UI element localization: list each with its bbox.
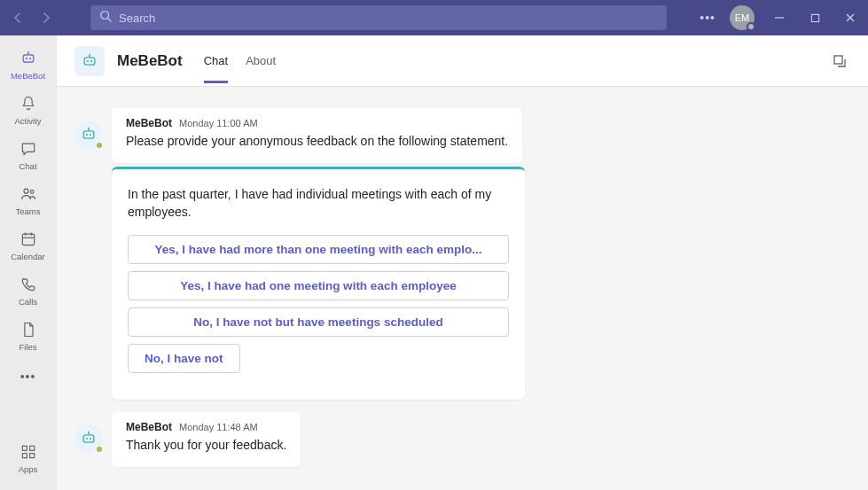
maximize-button[interactable] xyxy=(804,7,825,28)
message-bubble: MeBeBot Monday 11:48 AM Thank you for yo… xyxy=(112,412,301,467)
message-sender: MeBeBot xyxy=(126,117,172,129)
message-text: Please provide your anonymous feedback o… xyxy=(126,133,508,151)
svg-rect-27 xyxy=(83,131,94,138)
calls-icon xyxy=(18,274,39,295)
svg-point-25 xyxy=(89,53,90,55)
rail-item-mebebot[interactable]: MeBeBot xyxy=(2,43,55,86)
svg-point-10 xyxy=(27,51,29,53)
card-option-3[interactable]: No, I have not but have meetings schedul… xyxy=(128,307,509,337)
presence-available-icon xyxy=(95,445,104,454)
svg-rect-26 xyxy=(834,56,842,64)
svg-rect-20 xyxy=(29,454,34,458)
card-question: In the past quarter, I have had individu… xyxy=(128,185,509,222)
rail-more-button[interactable]: ••• xyxy=(20,362,36,391)
apps-icon xyxy=(18,441,39,463)
card-option-1[interactable]: Yes, I have had more than one meeting wi… xyxy=(128,235,509,264)
svg-point-29 xyxy=(90,134,91,136)
svg-rect-3 xyxy=(811,14,818,21)
user-initials: EM xyxy=(735,12,750,23)
svg-point-36 xyxy=(88,432,90,433)
svg-point-31 xyxy=(88,128,90,129)
calendar-icon xyxy=(18,229,39,250)
messages-list: MeBeBot Monday 11:00 AM Please provide y… xyxy=(57,87,868,490)
svg-point-23 xyxy=(90,59,92,61)
svg-point-0 xyxy=(101,12,109,19)
message-row: MeBeBot Monday 11:00 AM Please provide y… xyxy=(74,108,850,163)
rail-item-label: Teams xyxy=(16,206,41,216)
svg-point-7 xyxy=(25,58,27,59)
svg-point-12 xyxy=(30,191,34,194)
title-bar: ••• EM xyxy=(0,0,868,35)
message-avatar xyxy=(74,121,103,149)
message-sender: MeBeBot xyxy=(126,421,172,433)
rail-item-calendar[interactable]: Calendar xyxy=(2,223,55,267)
svg-rect-18 xyxy=(29,446,34,450)
message-time: Monday 11:00 AM xyxy=(179,118,258,128)
popout-button[interactable] xyxy=(829,51,850,72)
search-input[interactable] xyxy=(119,12,658,25)
more-options-button[interactable]: ••• xyxy=(700,11,716,25)
chat-icon xyxy=(18,138,39,159)
message-avatar xyxy=(74,424,103,453)
close-button[interactable] xyxy=(840,7,861,28)
rail-item-apps[interactable]: Apps xyxy=(2,436,55,479)
message-time: Monday 11:48 AM xyxy=(179,422,258,432)
svg-rect-19 xyxy=(22,454,27,458)
svg-point-8 xyxy=(29,58,31,59)
rail-item-activity[interactable]: Activity xyxy=(2,88,55,131)
svg-point-22 xyxy=(87,59,89,61)
card-option-4[interactable]: No, I have not xyxy=(128,344,240,373)
teams-icon xyxy=(18,183,39,205)
rail-item-label: Activity xyxy=(14,116,41,126)
svg-rect-6 xyxy=(23,55,34,62)
svg-point-33 xyxy=(86,438,88,439)
card-option-2[interactable]: Yes, I have had one meeting with each em… xyxy=(128,271,509,300)
app-rail: MeBeBot Activity Chat Teams Calendar xyxy=(0,35,57,490)
files-icon xyxy=(18,319,39,340)
search-icon xyxy=(99,10,112,26)
rail-item-chat[interactable]: Chat xyxy=(2,133,55,176)
svg-point-28 xyxy=(86,134,88,136)
tab-chat[interactable]: Chat xyxy=(204,38,228,83)
svg-point-34 xyxy=(90,438,91,439)
feedback-card: In the past quarter, I have had individu… xyxy=(112,167,525,401)
message-bubble: MeBeBot Monday 11:00 AM Please provide y… xyxy=(112,108,522,163)
rail-item-teams[interactable]: Teams xyxy=(2,178,55,222)
bot-avatar xyxy=(74,46,105,76)
svg-line-1 xyxy=(108,19,112,22)
rail-item-label: Apps xyxy=(19,464,38,474)
rail-item-label: Chat xyxy=(19,161,36,171)
svg-rect-32 xyxy=(83,435,94,442)
minimize-button[interactable] xyxy=(769,7,790,28)
chat-title: MeBeBot xyxy=(117,52,183,70)
chat-header: MeBeBot Chat About xyxy=(57,35,868,87)
rail-item-files[interactable]: Files xyxy=(2,314,55,357)
nav-forward-button[interactable] xyxy=(35,7,57,28)
bot-icon xyxy=(18,48,39,69)
rail-item-label: Files xyxy=(19,342,36,352)
bell-icon xyxy=(18,93,39,114)
tab-about[interactable]: About xyxy=(246,38,276,83)
search-box[interactable] xyxy=(90,5,667,30)
svg-rect-17 xyxy=(22,446,27,450)
svg-rect-13 xyxy=(22,234,34,245)
nav-back-button[interactable] xyxy=(7,7,28,28)
svg-rect-21 xyxy=(84,57,95,64)
message-row: MeBeBot Monday 11:48 AM Thank you for yo… xyxy=(74,412,850,467)
svg-point-11 xyxy=(24,189,28,193)
rail-item-label: MeBeBot xyxy=(11,71,45,81)
presence-indicator-icon xyxy=(747,22,755,31)
presence-available-icon xyxy=(95,141,104,150)
rail-item-label: Calls xyxy=(19,297,37,307)
rail-item-label: Calendar xyxy=(11,252,45,261)
message-text: Thank you for your feedback. xyxy=(126,437,286,455)
rail-item-calls[interactable]: Calls xyxy=(2,268,55,312)
chat-pane: MeBeBot Chat About MeBeBot Monday 11: xyxy=(57,35,868,490)
user-avatar[interactable]: EM xyxy=(730,5,755,30)
